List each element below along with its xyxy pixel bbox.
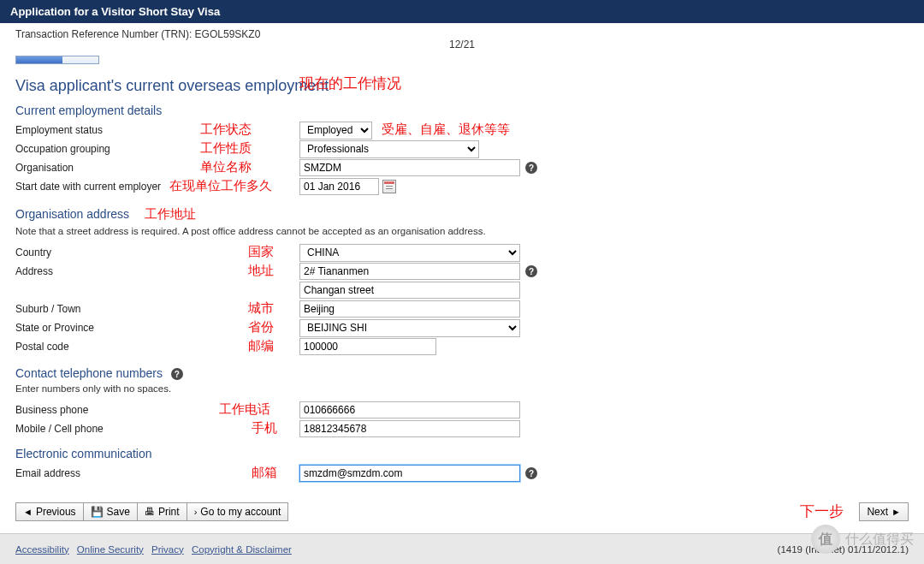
select-country[interactable]: CHINA — [299, 244, 520, 262]
label-organisation: Organisation — [15, 162, 299, 174]
input-organisation[interactable] — [299, 159, 520, 176]
label-state: State or Province — [15, 322, 299, 334]
footer-link-privacy[interactable]: Privacy — [151, 544, 184, 555]
footer-link-accessibility[interactable]: Accessibility — [15, 544, 69, 555]
label-country: Country — [15, 246, 299, 258]
label-address: Address — [15, 265, 299, 277]
input-suburb[interactable] — [299, 300, 520, 318]
annotation-next: 下一步 — [800, 502, 844, 521]
print-button[interactable]: 🖶Print — [138, 502, 187, 521]
select-state[interactable]: BEIJING SHI — [299, 319, 520, 337]
hint-phone: Enter numbers only with no spaces. — [15, 383, 909, 394]
input-start-date[interactable] — [299, 178, 379, 195]
sub-employment-details: Current employment details — [15, 104, 909, 117]
next-button[interactable]: Next► — [859, 502, 909, 521]
label-mobile-phone: Mobile / Cell phone — [15, 423, 299, 435]
chevron-right-icon: › — [194, 507, 198, 517]
input-address-line1[interactable] — [299, 263, 520, 280]
help-icon[interactable]: ? — [525, 265, 537, 277]
select-employment-status[interactable]: Employed — [299, 122, 372, 140]
footer-version: (1419 (Internet) 01/11/2012.1) — [778, 544, 909, 555]
go-to-account-button[interactable]: ›Go to my account — [187, 502, 289, 521]
input-postal[interactable] — [299, 338, 436, 355]
input-mobile-phone[interactable] — [299, 420, 520, 437]
label-email: Email address — [15, 467, 299, 479]
help-icon[interactable]: ? — [525, 467, 537, 479]
label-employment-status: Employment status — [15, 124, 299, 136]
trn-label: Transaction Reference Number (TRN): EGOL… — [15, 28, 260, 40]
footer: Accessibility Online Security Privacy Co… — [0, 533, 924, 564]
previous-button[interactable]: ◄Previous — [15, 502, 84, 521]
print-icon: 🖶 — [145, 506, 155, 518]
label-business-phone: Business phone — [15, 404, 299, 416]
label-suburb: Suburb / Town — [15, 303, 299, 315]
input-address-line2[interactable] — [299, 282, 520, 299]
label-occupation-grouping: Occupation grouping — [15, 143, 299, 155]
page-indicator: 12/21 — [15, 39, 909, 50]
help-icon[interactable]: ? — [525, 162, 537, 174]
calendar-icon[interactable] — [382, 180, 396, 193]
select-occupation-grouping[interactable]: Professionals — [299, 140, 479, 158]
input-business-phone[interactable] — [299, 401, 520, 419]
sub-electronic-comm: Electronic communication — [15, 447, 909, 460]
help-icon[interactable]: ? — [171, 368, 183, 380]
footer-link-copyright[interactable]: Copyright & Disclaimer — [192, 544, 292, 555]
window-title: Application for a Visitor Short Stay Vis… — [0, 0, 924, 23]
sub-contact-numbers: Contact telephone numbers ? — [15, 366, 909, 380]
section-title: Visa applicant's current overseas employ… — [15, 77, 909, 95]
save-button[interactable]: 💾Save — [84, 502, 138, 521]
label-start-date: Start date with current employer — [15, 181, 299, 193]
label-postal: Postal code — [15, 341, 299, 353]
chevron-right-icon: ► — [891, 507, 901, 517]
footer-link-security[interactable]: Online Security — [77, 544, 144, 555]
annotation: 受雇、自雇、退休等等 — [382, 122, 510, 138]
input-email[interactable] — [299, 465, 520, 482]
chevron-left-icon: ◄ — [23, 507, 33, 517]
hint-org-address: Note that a street address is required. … — [15, 226, 909, 236]
progress-bar — [15, 56, 99, 64]
sub-organisation-address: Organisation address 工作地址 — [15, 206, 909, 223]
annotation: 工作地址 — [145, 206, 196, 221]
save-icon: 💾 — [91, 506, 104, 518]
